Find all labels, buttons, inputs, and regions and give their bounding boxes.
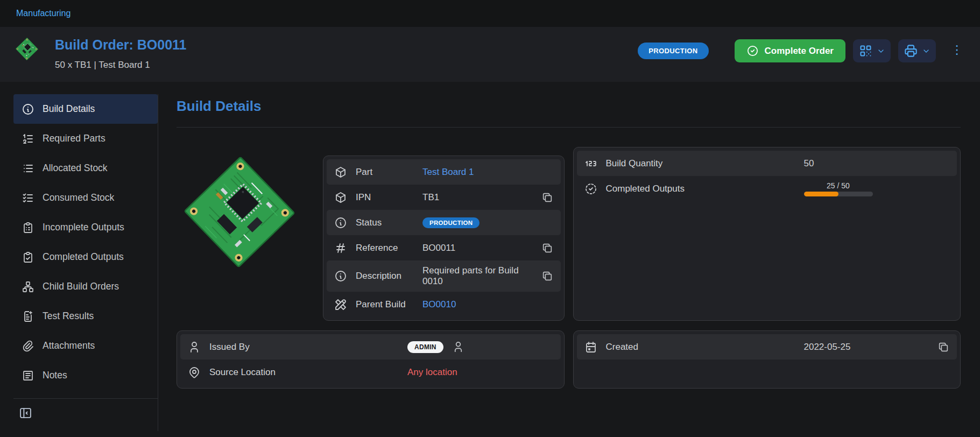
list-check-icon xyxy=(22,192,34,205)
sidebar-item-notes[interactable]: Notes xyxy=(13,361,158,390)
detail-row-status: StatusPRODUCTION xyxy=(327,210,561,235)
detail-label: Issued By xyxy=(209,342,399,353)
breadcrumb-link-manufacturing[interactable]: Manufacturing xyxy=(16,9,70,18)
detail-label: Status xyxy=(356,217,414,228)
build-progress-table: Build Quantity50Completed Outputs25 / 50 xyxy=(573,147,961,321)
sidebar-item-label: Attachments xyxy=(43,340,95,351)
sidebar-item-allocated-stock[interactable]: Allocated Stock xyxy=(13,153,158,183)
package-icon xyxy=(334,166,347,179)
sitemap-icon xyxy=(22,280,34,293)
copy-button[interactable] xyxy=(937,341,949,353)
sidebar-item-label: Notes xyxy=(43,370,67,381)
build-thumbnail[interactable] xyxy=(14,36,40,62)
clipboard-check-icon xyxy=(22,251,34,264)
sidebar-item-consumed-stock[interactable]: Consumed Stock xyxy=(13,183,158,213)
sidebar-item-label: Build Details xyxy=(43,103,95,115)
detail-label: Source Location xyxy=(209,367,399,378)
detail-value: TB1 xyxy=(422,192,439,203)
detail-label: Part xyxy=(356,167,414,178)
sidebar: Build DetailsRequired PartsAllocated Sto… xyxy=(0,94,158,431)
breadcrumb: Manufacturing xyxy=(0,0,980,27)
detail-row-reference: ReferenceBO0011 xyxy=(327,235,561,260)
sidebar-item-test-results[interactable]: Test Results xyxy=(13,301,158,331)
notes-icon xyxy=(22,369,34,382)
progress-bar: 25 / 50 xyxy=(804,181,873,196)
package-icon xyxy=(334,191,347,204)
clipboard-list-icon xyxy=(22,221,34,234)
test-report-icon xyxy=(22,310,34,323)
tools-icon xyxy=(334,298,347,311)
copy-button[interactable] xyxy=(541,242,553,254)
detail-row-parent-build: Parent BuildBO0010 xyxy=(327,292,561,317)
copy-button[interactable] xyxy=(541,192,553,203)
sidebar-collapse-icon xyxy=(19,406,32,420)
sidebar-item-build-details[interactable]: Build Details xyxy=(13,94,158,124)
dots-vertical-icon xyxy=(950,43,964,57)
sidebar-divider xyxy=(13,398,158,399)
progress-fill xyxy=(804,192,838,196)
detail-value: 50 xyxy=(804,158,814,169)
sidebar-item-label: Consumed Stock xyxy=(43,192,114,203)
list-icon xyxy=(22,162,34,175)
detail-label: Reference xyxy=(356,243,414,253)
detail-row-issued-by: Issued ByADMIN xyxy=(180,334,561,360)
sidebar-item-required-parts[interactable]: Required Parts xyxy=(13,124,158,153)
detail-value: Any location xyxy=(407,367,457,378)
detail-value: 2022-05-25 xyxy=(804,342,851,353)
detail-link-test-board-1[interactable]: Test Board 1 xyxy=(422,167,474,178)
sidebar-item-attachments[interactable]: Attachments xyxy=(13,331,158,361)
page-title: Build Order: BO0011 xyxy=(55,37,187,53)
sidebar-items: Build DetailsRequired PartsAllocated Sto… xyxy=(13,94,158,390)
header-left: Build Order: BO0011 50 x TB1 | Test Boar… xyxy=(14,36,187,71)
numbers-123-icon xyxy=(584,157,597,170)
info-circle-icon xyxy=(22,103,34,116)
sidebar-item-incomplete-outputs[interactable]: Incomplete Outputs xyxy=(13,213,158,242)
detail-value: Required parts for Build 0010 xyxy=(422,265,533,287)
detail-panels: PartTest Board 1IPNTB1StatusPRODUCTIONRe… xyxy=(177,147,961,389)
sidebar-collapse-button[interactable] xyxy=(13,405,37,421)
circle-check-icon xyxy=(746,45,759,57)
progress-check-icon xyxy=(584,182,597,195)
info-circle-icon xyxy=(334,216,347,229)
section-divider xyxy=(177,127,961,128)
status-badge: PRODUCTION xyxy=(422,217,480,228)
detail-row-completed-outputs: Completed Outputs25 / 50 xyxy=(577,176,957,201)
issued-table: Issued ByADMINSource LocationAny locatio… xyxy=(177,330,565,389)
pcb-graphic xyxy=(177,149,302,275)
detail-label: Created xyxy=(606,342,795,353)
user-icon xyxy=(188,341,201,354)
build-details-table: PartTest Board 1IPNTB1StatusPRODUCTIONRe… xyxy=(323,156,565,321)
content: Build DetailsRequired PartsAllocated Sto… xyxy=(0,82,980,431)
copy-button[interactable] xyxy=(541,270,553,282)
detail-row-build-quantity: Build Quantity50 xyxy=(577,151,957,176)
detail-label: IPN xyxy=(356,192,414,203)
complete-order-button[interactable]: Complete Order xyxy=(735,39,845,62)
pcb-graphic xyxy=(14,36,40,62)
detail-label: Build Quantity xyxy=(606,158,795,169)
detail-row-ipn: IPNTB1 xyxy=(327,185,561,210)
detail-row-description: DescriptionRequired parts for Build 0010 xyxy=(327,260,561,292)
map-pin-icon xyxy=(188,366,201,379)
sidebar-item-child-build-orders[interactable]: Child Build Orders xyxy=(13,272,158,301)
detail-link-bo0010[interactable]: BO0010 xyxy=(422,299,456,310)
sidebar-item-completed-outputs[interactable]: Completed Outputs xyxy=(13,242,158,272)
detail-label: Description xyxy=(356,271,414,281)
detail-value: BO0011 xyxy=(422,243,455,253)
barcode-actions-button[interactable] xyxy=(853,39,891,62)
page-header: Build Order: BO0011 50 x TB1 | Test Boar… xyxy=(0,27,980,82)
list-numbers-icon xyxy=(22,132,34,145)
part-image[interactable] xyxy=(177,149,302,275)
details-group: PartTest Board 1IPNTB1StatusPRODUCTIONRe… xyxy=(177,147,565,321)
main-panel: Build Details PartTest Board 1IPNTB1Stat… xyxy=(158,94,980,431)
actions-menu-button[interactable] xyxy=(950,43,964,59)
qrcode-icon xyxy=(858,44,873,58)
chevron-down-icon xyxy=(877,47,885,55)
sidebar-item-label: Child Build Orders xyxy=(43,281,119,292)
calendar-icon xyxy=(584,341,597,354)
progress-track xyxy=(804,192,873,196)
issued-by-badge: ADMIN xyxy=(407,341,443,353)
user-icon xyxy=(452,341,464,353)
print-actions-button[interactable] xyxy=(898,39,936,62)
status-badge: PRODUCTION xyxy=(638,43,708,59)
page-subtitle: 50 x TB1 | Test Board 1 xyxy=(55,60,187,71)
